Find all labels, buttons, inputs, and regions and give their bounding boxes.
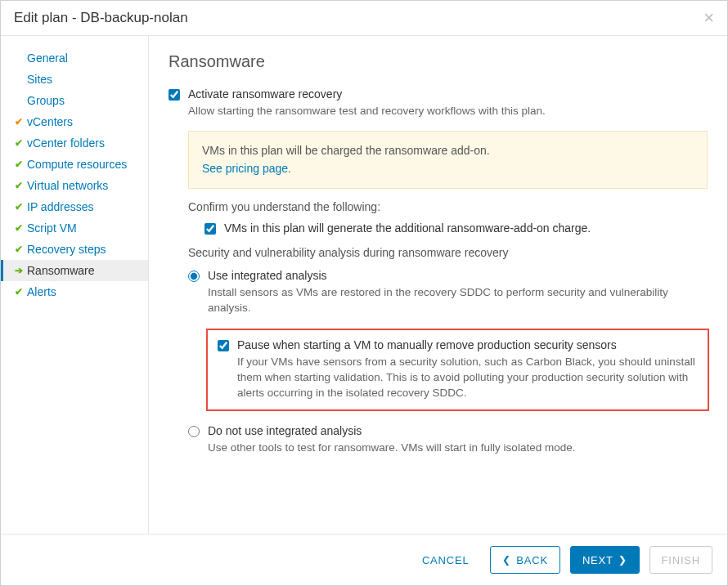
pause-sensors-checkbox[interactable] [218,340,229,351]
analysis-radiogroup: Use integrated analysis Install sensors … [188,269,708,456]
use-integrated-label: Use integrated analysis [208,269,327,282]
confirm-charge-label: VMs in this plan will generate the addit… [224,221,591,235]
sidebar-item-general[interactable]: General [1,47,148,69]
activate-label: Activate ransomware recovery [188,87,342,101]
sidebar-item-label: Script VM [27,221,77,235]
no-integrated-option: Do not use integrated analysis Use other… [188,424,708,456]
sidebar-item-label: vCenters [27,115,73,128]
wizard-sidebar: GeneralSitesGroups✔vCenters✔vCenter fold… [1,36,149,534]
finish-button[interactable]: FINISH [649,546,712,574]
back-label: BACK [516,554,548,566]
sidebar-item-groups[interactable]: Groups [1,90,148,111]
sidebar-item-label: Sites [27,73,52,86]
sidebar-item-alerts[interactable]: ✔Alerts [1,281,148,302]
pause-sensors-label: Pause when starting a VM to manually rem… [237,338,617,351]
warn-icon: ✔ [12,116,25,127]
analysis-heading: Security and vulnerability analysis duri… [188,246,708,259]
confirm-check-row: VMs in this plan will generate the addit… [204,221,708,235]
check-icon: ✔ [12,222,25,234]
use-integrated-desc: Install sensors as VMs are restored in t… [208,285,708,316]
no-integrated-label: Do not use integrated analysis [208,424,362,437]
use-integrated-option: Use integrated analysis Install sensors … [188,269,708,411]
sidebar-item-script-vm[interactable]: ✔Script VM [1,217,148,239]
confirm-heading: Confirm you understand the following: [188,200,708,213]
pricing-infobox: VMs in this plan will be charged the ran… [188,131,708,189]
activate-ransomware-checkbox[interactable] [169,89,180,101]
use-integrated-radio[interactable] [188,271,200,282]
content-pane: Ransomware Activate ransomware recovery … [149,36,727,534]
sidebar-item-ip-addresses[interactable]: ✔IP addresses [1,196,148,217]
sidebar-item-vcenter-folders[interactable]: ✔vCenter folders [1,132,148,154]
no-integrated-radio[interactable] [188,426,200,437]
chevron-right-icon: ❯ [618,554,627,566]
dialog-title: Edit plan - DB-backup-nolan [14,10,188,26]
next-button[interactable]: NEXT ❯ [570,546,640,574]
confirm-charge-checkbox[interactable] [204,223,216,235]
close-icon[interactable]: × [703,9,714,27]
chevron-left-icon: ❮ [502,554,511,566]
sidebar-item-label: Compute resources [27,158,127,171]
sidebar-item-label: Ransomware [27,264,94,277]
infobox-line1: VMs in this plan will be charged the ran… [202,141,694,159]
sidebar-item-label: vCenter folders [27,136,105,150]
sidebar-item-label: Recovery steps [27,243,106,256]
sidebar-item-label: Virtual networks [27,179,108,192]
check-icon: ✔ [12,201,25,212]
activate-row: Activate ransomware recovery [169,87,708,101]
sidebar-item-label: General [27,51,68,65]
next-label: NEXT [582,554,613,566]
sidebar-item-label: Groups [27,94,65,107]
check-icon: ✔ [12,159,25,170]
back-button[interactable]: ❮ BACK [490,546,559,574]
check-icon: ✔ [12,137,25,149]
sidebar-item-virtual-networks[interactable]: ✔Virtual networks [1,175,148,196]
sidebar-item-vcenters[interactable]: ✔vCenters [1,111,148,132]
check-icon: ✔ [12,286,25,297]
sidebar-item-ransomware[interactable]: ➔Ransomware [1,260,148,281]
sidebar-item-label: Alerts [27,285,56,298]
arrow-icon: ➔ [12,265,25,276]
sidebar-item-compute-resources[interactable]: ✔Compute resources [1,154,148,175]
cancel-button[interactable]: CANCEL [411,546,481,574]
sidebar-item-sites[interactable]: Sites [1,69,148,90]
sidebar-item-recovery-steps[interactable]: ✔Recovery steps [1,239,148,260]
check-icon: ✔ [12,244,25,255]
sidebar-item-label: IP addresses [27,200,93,213]
titlebar: Edit plan - DB-backup-nolan × [1,1,727,36]
check-icon: ✔ [12,180,25,191]
pause-highlight-box: Pause when starting a VM to manually rem… [206,329,709,411]
edit-plan-dialog: Edit plan - DB-backup-nolan × GeneralSit… [0,0,728,586]
dialog-body: GeneralSitesGroups✔vCenters✔vCenter fold… [1,36,727,534]
footer: CANCEL ❮ BACK NEXT ❯ FINISH [1,534,727,585]
pause-sensors-desc: If your VMs have sensors from a security… [237,355,699,401]
activate-desc: Allow starting the ransomware test and r… [188,104,708,119]
page-title: Ransomware [169,52,708,71]
pricing-link[interactable]: See pricing page. [202,162,291,175]
no-integrated-desc: Use other tools to test for ransomware. … [208,441,708,456]
